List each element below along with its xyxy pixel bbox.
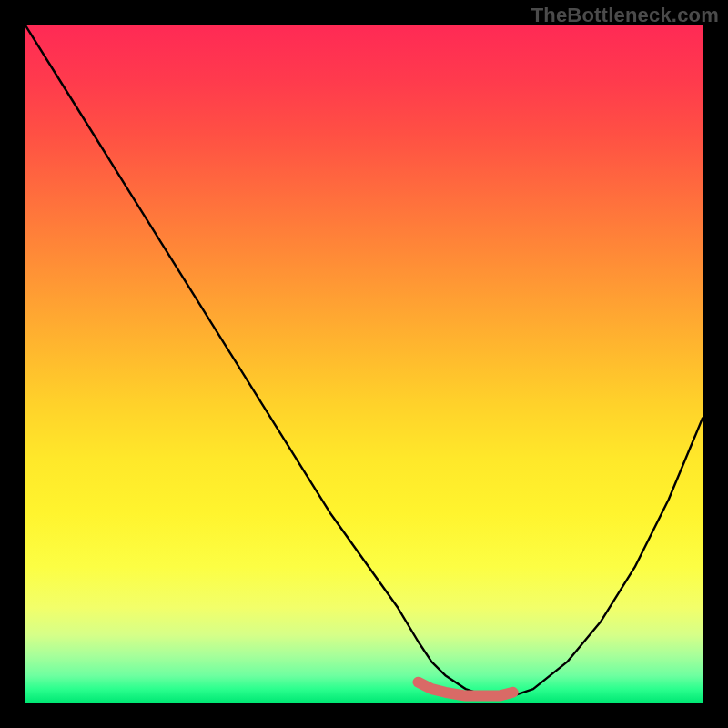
watermark-text: TheBottleneck.com: [531, 4, 719, 27]
chart-frame: TheBottleneck.com: [0, 0, 728, 728]
bottleneck-curve: [25, 25, 703, 696]
chart-plot-area: [25, 25, 703, 703]
chart-overlay-svg: [25, 25, 703, 703]
